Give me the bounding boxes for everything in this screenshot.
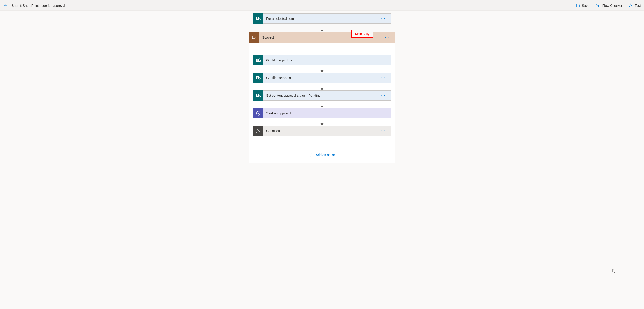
trigger-card[interactable]: S For a selected item · · · (253, 14, 391, 24)
flow-checker-button[interactable]: Flow Checker (596, 3, 622, 8)
page-header: Submit SharePoint page for approval Save (0, 0, 644, 11)
arrow-icon (320, 83, 324, 90)
action-more-icon[interactable]: · · · (378, 58, 391, 62)
scope-container: Scope 2 · · · S (249, 32, 395, 163)
svg-point-15 (259, 78, 260, 79)
svg-point-10 (259, 58, 260, 60)
save-label: Save (582, 4, 589, 8)
arrow-icon (320, 101, 324, 108)
back-button[interactable] (3, 4, 8, 8)
svg-text:S: S (257, 17, 258, 20)
trigger-more-icon[interactable]: · · · (378, 17, 391, 20)
arrow-icon (320, 65, 324, 73)
svg-point-11 (259, 60, 260, 62)
add-action-label: Add an action (316, 153, 336, 157)
svg-point-7 (255, 38, 256, 39)
sharepoint-icon: S (253, 90, 264, 101)
action-more-icon[interactable]: · · · (378, 129, 391, 133)
flow-checker-label: Flow Checker (602, 4, 622, 8)
svg-text:S: S (257, 94, 258, 97)
action-label: Get file metadata (264, 76, 378, 80)
test-button[interactable]: Test (629, 4, 641, 8)
scope-more-icon[interactable]: · · · (382, 36, 395, 39)
flow-canvas[interactable]: S For a selected item · · · Main Body (0, 11, 644, 309)
arrow-icon (320, 118, 324, 126)
trigger-label: For a selected item (264, 17, 378, 20)
svg-text:S: S (257, 76, 258, 79)
scope-inner: S Get file properties · · · (249, 42, 395, 162)
add-action-button[interactable]: Add an action (308, 152, 336, 158)
approval-icon (253, 108, 264, 118)
svg-point-14 (259, 76, 260, 78)
test-icon (629, 4, 633, 8)
svg-text:S: S (257, 59, 258, 62)
action-more-icon[interactable]: · · · (378, 94, 391, 98)
cursor-icon (612, 268, 616, 274)
action-more-icon[interactable]: · · · (378, 76, 391, 80)
arrow-icon (320, 24, 324, 32)
sharepoint-icon: S (253, 55, 264, 65)
action-card-condition[interactable]: Condition · · · (253, 126, 391, 136)
arrow-icon (322, 163, 322, 165)
action-card-get-file-metadata[interactable]: S Get file metadata · · · (253, 73, 391, 83)
svg-point-0 (596, 4, 598, 5)
action-card-get-file-properties[interactable]: S Get file properties · · · (253, 55, 391, 65)
svg-point-4 (259, 17, 260, 18)
svg-point-19 (259, 96, 260, 97)
action-label: Start an approval (264, 111, 378, 115)
action-card-start-approval[interactable]: Start an approval · · · (253, 108, 391, 118)
save-button[interactable]: Save (576, 4, 589, 8)
main-body-annotation-label: Main Body (351, 30, 374, 38)
add-action-icon (308, 152, 314, 158)
svg-rect-22 (259, 132, 260, 133)
action-card-set-content-approval[interactable]: S Set content approval status - Pending … (253, 90, 391, 101)
svg-rect-23 (310, 153, 312, 154)
scope-icon (249, 32, 260, 42)
action-more-icon[interactable]: · · · (378, 111, 391, 115)
svg-point-18 (259, 94, 260, 95)
svg-point-5 (259, 18, 260, 20)
action-label: Set content approval status - Pending (264, 94, 378, 98)
flow-checker-icon (596, 3, 600, 8)
action-label: Condition (264, 129, 378, 133)
svg-rect-21 (256, 132, 258, 133)
svg-point-1 (598, 6, 600, 7)
flow-container: S For a selected item · · · Main Body (0, 14, 644, 165)
header-left: Submit SharePoint page for approval (3, 4, 65, 8)
sharepoint-icon: S (253, 14, 264, 24)
test-label: Test (635, 4, 641, 8)
condition-icon (253, 126, 264, 136)
sharepoint-icon: S (253, 73, 264, 83)
svg-rect-20 (258, 129, 259, 130)
page-title: Submit SharePoint page for approval (12, 4, 65, 8)
header-right: Save Flow Checker Test (576, 3, 641, 8)
action-label: Get file properties (264, 58, 378, 62)
save-icon (576, 4, 580, 8)
